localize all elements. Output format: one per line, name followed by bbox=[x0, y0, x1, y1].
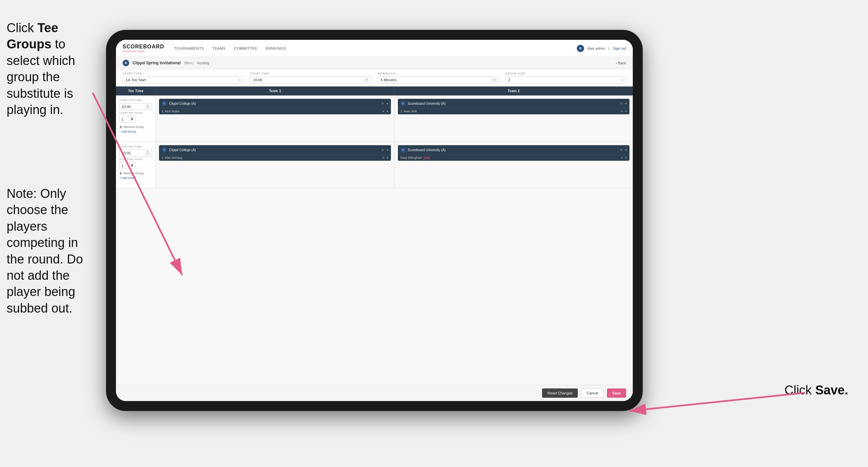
player-chevron-icon-1-2-0[interactable]: ▾ bbox=[625, 110, 627, 113]
sub-badge: SUB bbox=[423, 156, 431, 160]
team-close-icon-2-1[interactable]: ✕ bbox=[381, 148, 384, 152]
teams-area-2: C Clippd College (A) ✕ ▾ 2. Blair McHarg… bbox=[156, 142, 633, 188]
nav-committee[interactable]: COMMITTEE bbox=[234, 45, 257, 52]
player-row-2-2-0: Dave Billingham SUB ✕ ▾ bbox=[398, 154, 630, 161]
config-row: Start Type 1st Tee Start ▾ Start Time 10… bbox=[116, 69, 633, 87]
start-time-chevron: 🕐 bbox=[364, 78, 368, 82]
tee-col-1: STARTING TIME: 10:00 🕐 STARTING HOLE: 1 … bbox=[116, 95, 156, 142]
team-chevron-icon-1-1[interactable]: ▾ bbox=[386, 102, 388, 106]
team-col-2-2: S Scoreboard University (A) ✕ ▾ Dave Bil… bbox=[395, 142, 633, 188]
team-name-1-2: Scoreboard University (A) bbox=[408, 102, 618, 106]
add-group-btn-1[interactable]: + Add Group bbox=[119, 130, 152, 133]
remove-group-btn-1[interactable]: 🗑 Remove Group bbox=[119, 125, 152, 128]
save-button[interactable]: Save bbox=[607, 388, 626, 398]
player-name-2-2-0: Dave Billingham SUB bbox=[401, 156, 619, 159]
hole-value-2: 1 bbox=[122, 164, 124, 168]
trash-icon-1: 🗑 bbox=[119, 125, 122, 128]
start-type-label: Start Type bbox=[123, 72, 244, 75]
start-time-select[interactable]: 10:00 🕐 bbox=[250, 76, 371, 84]
group-size-chevron: ▾ bbox=[621, 78, 623, 82]
nav-tournaments[interactable]: TOURNAMENTS bbox=[174, 45, 204, 52]
team-header-2-2: S Scoreboard University (A) ✕ ▾ bbox=[398, 145, 630, 154]
player-chevron-icon-2-1-0[interactable]: ▾ bbox=[386, 156, 388, 159]
add-group-label-1: + Add Group bbox=[119, 130, 136, 133]
breadcrumb-event: Clippd Spring Invitational bbox=[132, 61, 181, 65]
nav-right: B blair admin | Sign out bbox=[577, 45, 626, 52]
team-close-icon-2-2[interactable]: ✕ bbox=[620, 148, 622, 152]
nav-teams[interactable]: TEAMS bbox=[212, 45, 226, 52]
starting-time-label-1: STARTING TIME: bbox=[119, 99, 152, 102]
teams-area-1: C Clippd College (A) ✕ ▾ 1. Rich Butler … bbox=[156, 95, 633, 142]
table-header: Tee Time Team 1 Team 2 bbox=[116, 87, 633, 95]
team-actions-1-1: ✕ ▾ bbox=[381, 102, 388, 106]
add-group-label-2: + Add Group bbox=[119, 176, 136, 180]
hole-input-1[interactable]: 1 ⬍ bbox=[119, 116, 136, 123]
intervals-select[interactable]: 5 Minutes 🕐 bbox=[378, 76, 499, 84]
note-text: Note: Only choose the players competing … bbox=[0, 185, 103, 317]
team-close-icon-1-1[interactable]: ✕ bbox=[381, 102, 384, 106]
trash-icon-2: 🗑 bbox=[119, 172, 122, 175]
tablet-frame: SCOREBOARD Powered by clippd TOURNAMENTS… bbox=[106, 30, 643, 411]
player-close-icon-1-2-0[interactable]: ✕ bbox=[621, 110, 623, 113]
reset-changes-button[interactable]: Reset Changes bbox=[542, 388, 578, 398]
add-group-btn-2[interactable]: + Add Group bbox=[119, 176, 152, 180]
start-type-value: 1st Tee Start bbox=[126, 78, 146, 82]
time-input-1[interactable]: 10:00 🕐 bbox=[119, 103, 152, 110]
th-tee-time: Tee Time bbox=[116, 87, 156, 95]
hole-value-1: 1 bbox=[122, 117, 124, 121]
nav-rankings[interactable]: RANKINGS bbox=[266, 45, 286, 52]
team-col-1-2: S Scoreboard University (A) ✕ ▾ 1. Rees … bbox=[395, 95, 633, 142]
team-name-2-1: Clippd College (A) bbox=[169, 148, 379, 152]
sign-out-link[interactable]: Sign out bbox=[613, 47, 626, 50]
starting-time-label-2: STARTING TIME: bbox=[119, 145, 152, 148]
breadcrumb-gender: (Men) bbox=[184, 61, 193, 65]
user-avatar: B bbox=[577, 45, 584, 52]
player-row-1-2-0: 1. Rees Britt ✕ ▾ bbox=[398, 108, 630, 114]
player-chevron-icon-1-1-0[interactable]: ▾ bbox=[386, 110, 388, 113]
team-close-icon-1-2[interactable]: ✕ bbox=[620, 102, 622, 106]
logo-text: SCOREBOARD bbox=[123, 44, 164, 50]
intervals-label: Intervals bbox=[378, 72, 499, 75]
team-chevron-icon-1-2[interactable]: ▾ bbox=[625, 102, 627, 106]
team-actions-2-2: ✕ ▾ bbox=[620, 148, 627, 152]
team-name-2-2: Scoreboard University (A) bbox=[408, 148, 618, 152]
th-team1: Team 1 bbox=[156, 87, 394, 95]
team-chevron-icon-2-1[interactable]: ▾ bbox=[386, 148, 388, 152]
start-type-select[interactable]: 1st Tee Start ▾ bbox=[123, 76, 244, 84]
player-name-1-1-0: 1. Rich Butler bbox=[162, 110, 380, 113]
group-row-2: STARTING TIME: 10:05 🕐 STARTING HOLE: 1 … bbox=[116, 142, 633, 188]
start-time-label: Start Time bbox=[250, 72, 371, 75]
team-col-1-1: C Clippd College (A) ✕ ▾ 1. Rich Butler … bbox=[156, 95, 395, 142]
team-col-2-1: C Clippd College (A) ✕ ▾ 2. Blair McHarg… bbox=[156, 142, 395, 188]
start-time-value: 10:00 bbox=[253, 78, 262, 82]
group-size-select[interactable]: 2 ▾ bbox=[505, 76, 626, 84]
back-button[interactable]: ‹ Back bbox=[616, 61, 626, 65]
team-icon-2-2: S bbox=[401, 147, 406, 152]
team-entry-1-2: S Scoreboard University (A) ✕ ▾ 1. Rees … bbox=[398, 99, 630, 114]
group-row: STARTING TIME: 10:00 🕐 STARTING HOLE: 1 … bbox=[116, 95, 633, 142]
content-scroll[interactable]: STARTING TIME: 10:00 🕐 STARTING HOLE: 1 … bbox=[116, 95, 633, 385]
breadcrumb-badge: B bbox=[123, 60, 129, 66]
user-name: blair admin bbox=[587, 47, 605, 50]
team-icon-2-1: C bbox=[162, 147, 167, 152]
player-close-icon-1-1-0[interactable]: ✕ bbox=[382, 110, 385, 113]
player-close-icon-2-2-0[interactable]: ✕ bbox=[621, 156, 623, 159]
team-chevron-icon-2-2[interactable]: ▾ bbox=[625, 148, 627, 152]
cancel-button[interactable]: Cancel bbox=[581, 388, 603, 398]
player-row-2-1-0: 2. Blair McHarg ✕ ▾ bbox=[159, 154, 391, 161]
starting-hole-label-1: STARTING HOLE: bbox=[119, 111, 152, 114]
logo-sub: Powered by clippd bbox=[123, 50, 164, 53]
player-chevron-icon-2-2-0[interactable]: ▾ bbox=[625, 156, 627, 159]
team-icon-1-1: C bbox=[162, 101, 167, 106]
player-row-1-1-0: 1. Rich Butler ✕ ▾ bbox=[159, 108, 391, 114]
remove-group-btn-2[interactable]: 🗑 Remove Group bbox=[119, 172, 152, 175]
config-intervals: Intervals 5 Minutes 🕐 bbox=[378, 72, 499, 84]
player-name-2-1-0: 2. Blair McHarg bbox=[162, 156, 380, 159]
time-input-2[interactable]: 10:05 🕐 bbox=[119, 149, 152, 156]
player-close-icon-2-1-0[interactable]: ✕ bbox=[382, 156, 385, 159]
hole-input-2[interactable]: 1 ⬍ bbox=[119, 162, 136, 169]
logo: SCOREBOARD Powered by clippd bbox=[123, 44, 164, 53]
team-header-2-1: C Clippd College (A) ✕ ▾ bbox=[159, 145, 391, 154]
intervals-chevron: 🕐 bbox=[492, 78, 496, 82]
group-size-label: Group Size bbox=[505, 72, 626, 75]
